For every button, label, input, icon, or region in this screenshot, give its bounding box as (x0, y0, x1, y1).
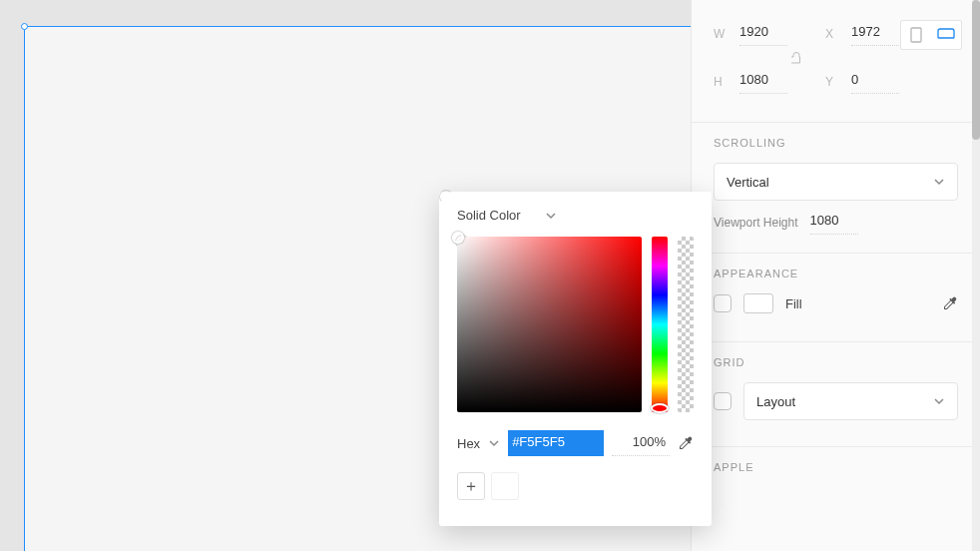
picker-mode-label[interactable]: Solid Color (457, 208, 521, 223)
grid-enable-checkbox[interactable] (714, 392, 732, 410)
dimensions-section: W X H Y (692, 0, 980, 123)
x-input[interactable] (851, 22, 899, 46)
appearance-title: APPEARANCE (714, 268, 958, 279)
appearance-section: APPEARANCE Fill (692, 254, 980, 342)
width-input[interactable] (739, 22, 787, 46)
scrolling-select[interactable]: Vertical (714, 163, 958, 201)
grid-select[interactable]: Layout (743, 382, 958, 420)
apple-title: APPLE (714, 461, 958, 473)
grid-title: GRID (714, 356, 958, 368)
viewport-height-input[interactable] (810, 211, 858, 235)
grid-value: Layout (756, 394, 795, 409)
y-input[interactable] (851, 70, 899, 94)
color-picker-popover: Solid Color Hex (439, 192, 712, 526)
orientation-portrait-button[interactable] (901, 21, 931, 49)
viewport-height-label: Viewport Height (714, 216, 798, 230)
chevron-down-icon[interactable] (488, 437, 500, 449)
lock-aspect-icon[interactable] (791, 52, 801, 64)
orientation-landscape-button[interactable] (931, 21, 961, 49)
fill-enable-checkbox[interactable] (714, 294, 732, 312)
apple-section: APPLE (692, 447, 980, 505)
height-label: H (714, 75, 728, 89)
height-input[interactable] (739, 70, 787, 94)
scrolling-title: SCROLLING (714, 137, 958, 149)
width-label: W (714, 27, 728, 41)
eyedropper-icon[interactable] (678, 435, 694, 451)
eyedropper-icon[interactable] (942, 295, 958, 311)
panel-scrollbar[interactable] (972, 0, 980, 551)
x-label: X (825, 27, 839, 41)
scrolling-section: SCROLLING Vertical Viewport Height (692, 123, 980, 254)
y-label: Y (825, 75, 839, 89)
chevron-down-icon (933, 395, 945, 407)
resize-handle-top-left[interactable] (21, 23, 28, 30)
sv-handle[interactable] (452, 232, 464, 244)
saved-swatch[interactable] (491, 472, 519, 500)
scrollbar-thumb[interactable] (972, 0, 980, 140)
opacity-input[interactable] (612, 430, 670, 456)
add-swatch-button[interactable]: ＋ (457, 472, 485, 500)
orientation-toggle (900, 20, 962, 50)
fill-swatch[interactable] (743, 293, 773, 313)
scrolling-value: Vertical (727, 175, 769, 190)
grid-section: GRID Layout (692, 342, 980, 447)
saturation-value-area[interactable] (457, 237, 642, 412)
alpha-slider[interactable] (678, 237, 694, 412)
hue-slider[interactable] (652, 237, 668, 412)
properties-panel: W X H Y (691, 0, 980, 551)
hex-label: Hex (457, 436, 480, 451)
chevron-down-icon[interactable] (545, 210, 557, 222)
picker-corner-arc (439, 190, 453, 204)
chevron-down-icon (933, 176, 945, 188)
hex-input[interactable] (508, 430, 604, 456)
svg-rect-0 (911, 28, 921, 42)
fill-label: Fill (785, 296, 802, 311)
hue-handle[interactable] (651, 403, 669, 413)
